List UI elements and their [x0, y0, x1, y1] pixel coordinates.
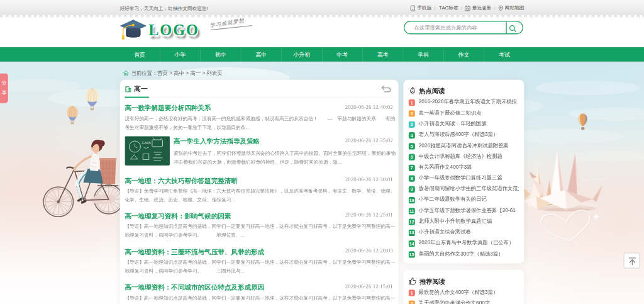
svg-text:CA05: CA05 [142, 141, 150, 145]
